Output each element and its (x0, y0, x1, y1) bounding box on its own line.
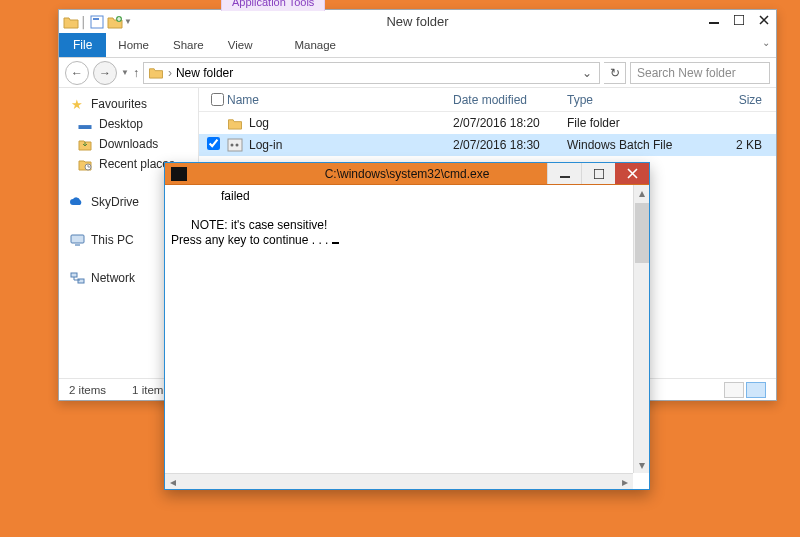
nav-label: Downloads (99, 137, 158, 151)
forward-button[interactable]: → (93, 61, 117, 85)
address-dropdown[interactable]: ⌄ (579, 66, 595, 80)
computer-icon (69, 232, 85, 248)
search-input[interactable]: Search New folder (630, 62, 770, 84)
nav-favourites[interactable]: ★ Favourites (63, 94, 194, 114)
file-row[interactable]: Log 2/07/2016 18:20 File folder (199, 112, 776, 134)
scroll-up-icon[interactable]: ▴ (634, 185, 649, 201)
svg-rect-0 (91, 16, 103, 28)
cmd-minimize-button[interactable] (547, 163, 581, 184)
file-name: Log (249, 116, 269, 130)
file-date: 2/07/2016 18:20 (453, 116, 567, 130)
svg-rect-7 (75, 244, 80, 246)
desktop-icon: ▬ (77, 116, 93, 132)
search-placeholder: Search New folder (637, 66, 736, 80)
nav-label: Desktop (99, 117, 143, 131)
ribbon-tabs: File Home Share View Manage ⌄ (59, 33, 776, 58)
column-headers: Name Date modified Type Size (199, 88, 776, 112)
svg-point-12 (236, 144, 239, 147)
svg-point-11 (231, 144, 234, 147)
view-details-button[interactable] (724, 382, 744, 398)
breadcrumb-current[interactable]: New folder (176, 66, 233, 80)
cmd-maximize-button[interactable] (581, 163, 615, 184)
nav-label: SkyDrive (91, 195, 139, 209)
status-count: 2 items (69, 384, 106, 396)
recent-locations-dropdown[interactable]: ▼ (121, 68, 129, 77)
file-name: Log-in (249, 138, 282, 152)
downloads-icon (77, 136, 93, 152)
svg-rect-8 (71, 273, 77, 277)
nav-downloads[interactable]: Downloads (63, 134, 194, 154)
address-bar[interactable]: › New folder ⌄ (143, 62, 600, 84)
view-large-button[interactable] (746, 382, 766, 398)
close-button[interactable] (751, 10, 776, 30)
nav-label: Network (91, 271, 135, 285)
address-bar-row: ← → ▼ ↑ › New folder ⌄ ↻ Search New fold… (59, 58, 776, 88)
file-type: File folder (567, 116, 679, 130)
tab-share[interactable]: Share (161, 33, 216, 57)
svg-rect-14 (594, 169, 604, 179)
contextual-tab-label: Application Tools (221, 0, 325, 11)
cmd-cursor (332, 242, 339, 244)
tab-view[interactable]: View (216, 33, 265, 57)
col-type[interactable]: Type (567, 93, 679, 107)
tab-manage[interactable]: Manage (282, 33, 348, 57)
cmd-window: C:\windows\system32\cmd.exe failed NOTE:… (164, 162, 650, 490)
expand-ribbon-icon[interactable]: ⌄ (762, 37, 770, 48)
svg-rect-1 (93, 18, 99, 20)
breadcrumb-sep: › (168, 66, 172, 80)
col-date[interactable]: Date modified (453, 93, 567, 107)
cmd-close-button[interactable] (615, 163, 649, 184)
col-name[interactable]: Name (227, 93, 453, 107)
scroll-down-icon[interactable]: ▾ (634, 457, 649, 473)
cmd-vertical-scrollbar[interactable]: ▴ ▾ (633, 185, 649, 473)
batch-file-icon (227, 137, 243, 153)
svg-rect-3 (709, 22, 719, 24)
tab-file[interactable]: File (59, 33, 106, 57)
refresh-button[interactable]: ↻ (604, 62, 626, 84)
row-checkbox[interactable] (207, 137, 220, 150)
cmd-horizontal-scrollbar[interactable]: ◂ ▸ (165, 473, 633, 489)
file-row[interactable]: Log-in 2/07/2016 18:30 Windows Batch Fil… (199, 134, 776, 156)
folder-icon (63, 14, 79, 30)
folder-icon (227, 115, 243, 131)
cmd-line: failed (171, 189, 250, 203)
qat-separator: │ (81, 15, 87, 29)
network-icon (69, 270, 85, 286)
file-date: 2/07/2016 18:30 (453, 138, 567, 152)
star-icon: ★ (69, 96, 85, 112)
cmd-title-bar[interactable]: C:\windows\system32\cmd.exe (165, 163, 649, 185)
scroll-left-icon[interactable]: ◂ (165, 475, 181, 489)
up-button[interactable]: ↑ (133, 66, 139, 80)
qat-dropdown[interactable]: ▼ (125, 15, 131, 29)
cmd-line: Press any key to continue . . . (171, 233, 332, 247)
file-type: Windows Batch File (567, 138, 679, 152)
file-size: 2 KB (679, 138, 776, 152)
col-size[interactable]: Size (679, 93, 776, 107)
quick-access-toolbar: │ ▼ (59, 14, 135, 30)
svg-rect-6 (71, 235, 84, 243)
scroll-thumb[interactable] (635, 203, 649, 263)
nav-label: This PC (91, 233, 134, 247)
recent-icon (77, 156, 93, 172)
nav-label: Favourites (91, 97, 147, 111)
svg-rect-4 (734, 15, 744, 25)
cloud-icon (69, 194, 85, 210)
new-folder-icon[interactable] (107, 14, 123, 30)
cmd-icon (171, 167, 187, 181)
scroll-right-icon[interactable]: ▸ (617, 475, 633, 489)
minimize-button[interactable] (701, 10, 726, 30)
maximize-button[interactable] (726, 10, 751, 30)
cmd-line: NOTE: it's case sensitive! (171, 218, 327, 232)
select-all-checkbox[interactable] (211, 93, 224, 106)
folder-icon (148, 65, 164, 81)
properties-icon[interactable] (89, 14, 105, 30)
cmd-output[interactable]: failed NOTE: it's case sensitive! Press … (165, 185, 649, 489)
svg-rect-13 (560, 176, 570, 178)
tab-home[interactable]: Home (106, 33, 161, 57)
svg-rect-10 (228, 139, 242, 151)
window-title: New folder (59, 14, 776, 29)
back-button[interactable]: ← (65, 61, 89, 85)
explorer-title-bar[interactable]: Application Tools │ ▼ New folder (59, 10, 776, 33)
nav-desktop[interactable]: ▬ Desktop (63, 114, 194, 134)
